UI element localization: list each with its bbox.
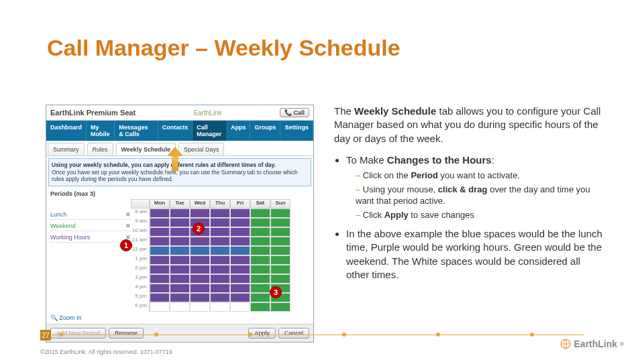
schedule-cell[interactable] [230,208,250,218]
schedule-cell[interactable] [250,237,270,246]
schedule-cell[interactable] [210,246,230,255]
schedule-cell[interactable] [190,237,210,246]
schedule-cell[interactable] [270,218,290,227]
schedule-cell[interactable] [270,208,290,218]
hour-label: 4 pm [131,284,150,293]
hour-label: 10 am [131,227,150,237]
schedule-cell[interactable] [210,302,230,312]
nav-item[interactable]: My Mobile [87,121,115,141]
schedule-cell[interactable] [270,265,290,274]
schedule-cell[interactable] [250,246,270,255]
period-row[interactable]: Weekend✕ [50,221,131,231]
schedule-cell[interactable] [230,293,250,302]
schedule-cell[interactable] [270,227,290,237]
schedule-cell[interactable] [250,284,270,293]
schedule-cell[interactable] [170,293,190,302]
schedule-cell[interactable] [210,293,230,302]
schedule-cell[interactable] [190,265,210,274]
schedule-cell[interactable] [210,227,230,237]
schedule-cell[interactable] [190,293,210,302]
hour-label: 1 pm [131,255,150,265]
day-header: Tue [170,199,190,208]
schedule-cell[interactable] [230,302,250,312]
schedule-cell[interactable] [210,284,230,293]
schedule-cell[interactable] [170,246,190,255]
schedule-cell[interactable] [210,265,230,274]
schedule-cell[interactable] [150,237,170,246]
schedule-cell[interactable] [230,284,250,293]
call-button[interactable]: 📞 Call [280,108,309,117]
nav-item[interactable]: Messages & Calls [115,121,158,141]
schedule-cell[interactable] [150,208,170,218]
schedule-cell[interactable] [250,218,270,227]
period-row[interactable]: Working Hours✕ [50,233,131,243]
tab-item[interactable]: Rules [87,143,113,156]
schedule-cell[interactable] [270,302,290,312]
schedule-cell[interactable] [250,265,270,274]
schedule-cell[interactable] [170,284,190,293]
nav-item[interactable]: Groups [250,121,280,141]
schedule-cell[interactable] [170,227,190,237]
schedule-cell[interactable] [210,208,230,218]
schedule-cell[interactable] [230,218,250,227]
schedule-cell[interactable] [150,246,170,255]
schedule-cell[interactable] [150,265,170,274]
schedule-cell[interactable] [270,237,290,246]
schedule-cell[interactable] [250,255,270,265]
hour-label: 8 am [131,208,150,218]
schedule-cell[interactable] [230,265,250,274]
schedule-cell[interactable] [190,246,210,255]
schedule-cell[interactable] [210,237,230,246]
delete-period-icon[interactable]: ✕ [125,223,131,229]
schedule-cell[interactable] [150,274,170,284]
bullet-example: In the above example the blue spaces wou… [346,227,602,282]
schedule-cell[interactable] [190,255,210,265]
schedule-cell[interactable] [230,237,250,246]
highlight-arrow-icon [168,147,182,171]
schedule-cell[interactable] [150,227,170,237]
page-number: 27 [40,330,51,341]
schedule-cell[interactable] [150,284,170,293]
schedule-cell[interactable] [270,246,290,255]
nav-item[interactable]: Apps [227,121,251,141]
nav-item[interactable]: Contacts [158,121,193,141]
schedule-cell[interactable] [170,274,190,284]
zoom-in-link[interactable]: 🔍 Zoom In [50,314,309,321]
schedule-cell[interactable] [250,208,270,218]
schedule-cell[interactable] [170,302,190,312]
schedule-cell[interactable] [230,227,250,237]
schedule-cell[interactable] [190,208,210,218]
schedule-cell[interactable] [210,255,230,265]
period-row[interactable]: Lunch✕ [50,210,131,220]
schedule-cell[interactable] [170,255,190,265]
tab-item[interactable]: Summary [48,143,85,156]
schedule-cell[interactable] [270,274,290,284]
schedule-cell[interactable] [250,302,270,312]
nav-item[interactable]: Settings [280,121,313,141]
delete-period-icon[interactable]: ✕ [125,211,131,218]
schedule-cell[interactable] [170,237,190,246]
schedule-cell[interactable] [150,302,170,312]
schedule-cell[interactable] [250,274,270,284]
schedule-cell[interactable] [270,255,290,265]
tab-item[interactable]: Special Days [178,143,225,156]
schedule-cell[interactable] [190,302,210,312]
nav-item[interactable]: Dashboard [46,121,87,141]
schedule-cell[interactable] [230,255,250,265]
schedule-cell[interactable] [170,218,190,227]
schedule-cell[interactable] [170,208,190,218]
schedule-cell[interactable] [150,255,170,265]
schedule-cell[interactable] [250,293,270,302]
schedule-cell[interactable] [230,274,250,284]
schedule-cell[interactable] [150,293,170,302]
schedule-cell[interactable] [150,218,170,227]
nav-item[interactable]: Call Manager [193,121,227,141]
hour-label: 11 am [131,237,150,246]
schedule-cell[interactable] [170,265,190,274]
schedule-cell[interactable] [190,274,210,284]
schedule-cell[interactable] [190,284,210,293]
schedule-cell[interactable] [210,274,230,284]
schedule-cell[interactable] [230,246,250,255]
schedule-cell[interactable] [250,227,270,237]
schedule-cell[interactable] [210,218,230,227]
